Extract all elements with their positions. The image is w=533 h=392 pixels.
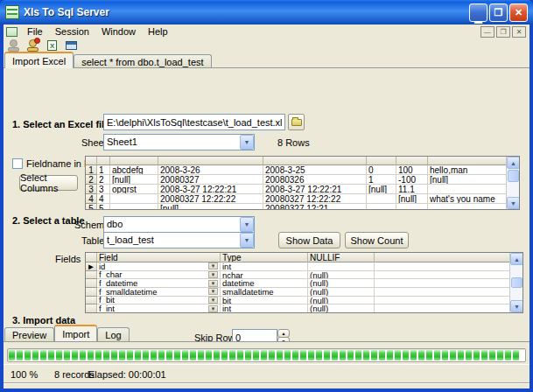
tab-import-excel[interactable]: Import Excel [4,52,74,68]
field-cell[interactable]: id▼ [97,262,221,271]
preview-grid-row[interactable]: 33opqrst2008-3-27 12:22:212008-3-27 12:2… [86,185,519,194]
data-cell[interactable]: 20080327 12:22:22 [158,194,263,204]
fields-grid-scrollbar[interactable]: ▲ ▼ [509,253,522,312]
field-cell[interactable]: f_int▼ [97,304,221,313]
scrollbar-thumb[interactable] [508,170,519,182]
field-dropdown-icon[interactable]: ▼ [208,280,218,287]
menu-help[interactable]: Help [142,25,174,38]
scrollbar-thumb[interactable] [511,277,522,288]
filler-cell[interactable] [375,271,511,280]
select-columns-button[interactable]: Select Columns [19,175,78,191]
menu-file[interactable]: File [21,25,49,38]
type-cell[interactable]: int [221,262,308,271]
data-cell[interactable]: hello,man [428,165,507,175]
mdi-minimize-icon[interactable]: — [480,26,494,38]
data-cell[interactable]: 4 [97,194,110,204]
fields-grid-row[interactable]: f_smalldatetime▼smalldatetime(null) [86,288,522,297]
fields-grid-row[interactable]: f_datetime▼datetime(null) [86,279,522,288]
preview-grid-row[interactable]: 4420080327 12:22:2220080327 12:22:22[nul… [86,194,519,204]
mdi-restore-icon[interactable]: ❐ [496,26,510,38]
scroll-up-icon[interactable]: ▲ [507,157,520,169]
fields-grid-header-corner[interactable] [86,253,97,262]
nullif-cell[interactable]: (null) [308,304,375,313]
data-cell[interactable]: [null] [367,185,396,194]
data-cell[interactable]: 20080327 12:21 [263,204,367,210]
tab-select-query[interactable]: select * from dbo.t_load_test [74,54,211,68]
data-cell[interactable]: 0 [367,165,396,175]
field-cell[interactable]: f_smalldatetime▼ [97,288,221,297]
data-cell[interactable]: 11.1 [396,185,428,194]
fields-grid-row[interactable]: f_bit▼bit(null) [86,297,522,305]
type-cell[interactable]: datetime [221,279,308,288]
row-number-cell[interactable]: 3 [86,185,97,194]
filler-cell[interactable] [375,262,511,271]
filler-cell[interactable] [375,279,511,288]
excel-file-icon[interactable] [46,39,59,52]
data-cell[interactable]: 3 [97,185,110,194]
sheet-select[interactable]: Sheet1 ▼ [103,134,255,150]
maximize-icon[interactable]: ❐ [489,4,508,22]
chevron-down-icon[interactable]: ▼ [240,217,254,232]
fields-grid[interactable]: FieldTypeNULLIF ►id▼intf_char▼nchar(null… [85,252,523,313]
data-cell[interactable]: what's you name [428,194,507,204]
field-dropdown-icon[interactable]: ▼ [208,262,218,270]
preview-grid-header-cell[interactable] [396,157,428,165]
data-cell[interactable] [396,204,428,210]
field-cell[interactable]: f_datetime▼ [97,279,221,288]
data-cell[interactable] [367,204,396,210]
data-cell[interactable]: [null] [158,204,263,210]
nullif-cell[interactable]: (null) [308,279,375,288]
preview-grid-row[interactable]: 55...[null]20080327 12:21 [86,204,519,210]
nullif-cell[interactable]: (null) [308,297,375,305]
data-cell[interactable]: 100 [396,165,428,175]
type-cell[interactable]: nchar [221,271,308,280]
fields-grid-header-cell[interactable]: NULLIF [308,253,375,262]
nullif-cell[interactable]: (null) [308,271,375,280]
fields-grid-row[interactable]: f_int▼int(null) [86,304,522,313]
data-cell[interactable] [367,194,396,204]
disconnect-session-icon[interactable] [26,39,39,52]
data-cell[interactable]: opqrst [110,185,158,194]
file-path-input[interactable] [103,114,285,130]
row-number-cell[interactable]: 1 [86,165,97,175]
fields-grid-row[interactable]: f_char▼nchar(null) [86,271,522,280]
title-bar[interactable]: Xls To Sql Server ▁ ❐ ✕ [0,0,533,24]
data-cell[interactable]: 2008-3-26 [158,165,263,175]
filler-cell[interactable] [375,297,511,305]
preview-grid-header-cell[interactable] [97,157,110,165]
field-dropdown-icon[interactable]: ▼ [208,297,218,304]
data-cell[interactable] [110,194,158,204]
data-cell[interactable]: ... [110,204,158,210]
preview-grid-header-cell[interactable] [86,157,97,165]
data-cell[interactable]: -100 [396,175,428,185]
preview-grid[interactable]: 11abcdefg2008-3-262008-3-250100hello,man… [85,156,520,210]
data-cell[interactable]: 20080326 [263,175,367,185]
field-dropdown-icon[interactable]: ▼ [208,271,218,278]
preview-grid-header-cell[interactable] [263,157,367,165]
preview-grid-header-cell[interactable] [158,157,263,165]
row-number-cell[interactable]: 2 [86,175,97,185]
data-cell[interactable] [428,204,507,210]
data-cell[interactable]: [null] [428,175,507,185]
chevron-down-icon[interactable]: ▼ [240,135,254,150]
tab-log[interactable]: Log [97,327,129,341]
tab-preview[interactable]: Preview [4,327,54,341]
data-cell[interactable]: 20080327 12:22:22 [263,194,367,204]
row-number-cell[interactable]: 4 [86,194,97,204]
row-number-cell[interactable]: 5 [86,204,97,210]
nullif-cell[interactable] [308,262,375,271]
scroll-down-icon[interactable]: ▼ [507,197,520,209]
data-cell[interactable]: [null] [396,194,428,204]
menu-session[interactable]: Session [49,25,95,38]
data-cell[interactable]: 2008-3-27 12:22:21 [263,185,367,194]
fields-grid-row[interactable]: ►id▼int [86,262,522,271]
schema-select[interactable]: dbo ▼ [103,216,255,233]
scroll-up-icon[interactable]: ▲ [510,253,523,265]
preview-grid-header-cell[interactable] [367,157,396,165]
table-select[interactable]: t_load_test ▼ [103,232,255,248]
data-cell[interactable]: 5 [97,204,110,210]
minimize-icon[interactable]: ▁ [469,4,487,22]
data-cell[interactable] [428,185,507,194]
preview-grid-header-cell[interactable] [428,157,507,165]
nullif-cell[interactable]: (null) [308,288,375,297]
